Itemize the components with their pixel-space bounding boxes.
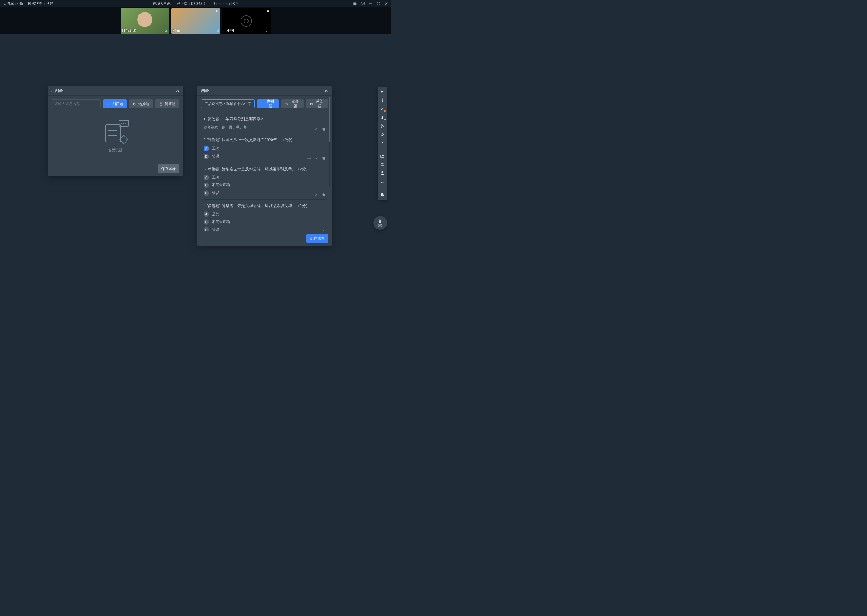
question-option[interactable]: B不完全正确 (203, 182, 326, 188)
laser-tool-icon[interactable] (379, 140, 385, 146)
panel-title: 测验 (201, 88, 209, 94)
video-tile-teacher[interactable]: 叮当老师 (121, 8, 169, 34)
quiz-name-input[interactable] (51, 99, 101, 108)
folder-tool-icon[interactable] (379, 153, 385, 159)
option-label: 不完全正确 (212, 220, 230, 225)
user-tool-icon[interactable] (379, 170, 385, 176)
question-item: 1 [简答题] 一年四季分别是哪四季?参考答案：春、夏、秋、冬 (203, 113, 326, 134)
scrollbar[interactable] (329, 97, 330, 187)
session-id: ID：2020070324 (211, 1, 239, 6)
hand-count: 0/2 (378, 224, 382, 227)
svg-rect-0 (369, 3, 372, 4)
course-title: 神秘大自然 (153, 1, 171, 6)
eraser-tool-icon[interactable] (379, 131, 385, 137)
question-title: 2 [判断题] 我国宪法上一次更新是在2020年。（2分） (203, 137, 326, 143)
scissors-tool-icon[interactable] (379, 123, 385, 129)
edit-question-icon[interactable] (314, 193, 318, 197)
mic-level-icon (216, 30, 219, 33)
panel-close-icon[interactable]: ✕ (325, 88, 328, 93)
add-select-button[interactable]: 选择题 (129, 99, 153, 108)
empty-illustration-icon (102, 120, 129, 144)
camera-off-icon (241, 15, 252, 27)
chat-tool-icon[interactable] (379, 178, 385, 184)
participant-name: 叮当老师 (122, 28, 136, 33)
move-question-icon[interactable] (307, 156, 311, 160)
question-option[interactable]: B不完全正确 (203, 219, 326, 225)
camera-toggle-icon[interactable] (353, 2, 357, 6)
top-status-bar: 丢包率：0% 网络状态：良好 神秘大自然 已上课：02:34:09 ID：202… (0, 0, 391, 7)
option-badge: A (203, 175, 209, 180)
close-window-icon[interactable] (384, 2, 388, 6)
bell-tool-icon[interactable] (379, 192, 385, 198)
add-short-button[interactable]: 简答题 (306, 99, 328, 108)
option-label: 是的 (212, 212, 219, 217)
option-label: 正确 (212, 146, 219, 151)
participant-name: Nina (172, 29, 180, 33)
svg-point-9 (382, 142, 383, 143)
svg-rect-10 (381, 163, 384, 166)
option-label: 不完全正确 (212, 182, 230, 188)
fullscreen-icon[interactable] (376, 2, 380, 6)
quiz-name-display[interactable]: 产品说试卷名称最多十六个字 (201, 99, 255, 108)
question-option[interactable]: A正确 (203, 146, 326, 151)
question-option[interactable]: A是的 (203, 211, 326, 217)
question-title: 1 [简答题] 一年四季分别是哪四季? (203, 116, 326, 123)
move-tool-icon[interactable] (379, 97, 385, 104)
question-title: 4 [多选题] 施华洛世奇是反华品牌，所以梁鼎琪反华。（2分） (203, 203, 326, 209)
svg-point-5 (287, 104, 287, 104)
delete-question-icon[interactable] (322, 156, 326, 160)
option-badge: C (203, 190, 209, 196)
hand-raise-counter[interactable]: 0/2 (373, 216, 387, 230)
panel-close-icon[interactable]: ✕ (176, 88, 180, 93)
option-badge: C (203, 227, 209, 231)
option-label: 错误 (212, 190, 219, 195)
quiz-panel-empty: ‹ 测验 ✕ 判断题 选择题 简答题 暂无试题 保存试卷 (47, 86, 183, 176)
option-label: 错误 (212, 154, 219, 159)
video-tile-student[interactable]: ✕ 王小明 (222, 8, 271, 34)
save-quiz-button[interactable]: 保存试卷 (306, 234, 328, 243)
toolbar-separator (379, 149, 385, 149)
add-short-button[interactable]: 简答题 (155, 99, 179, 108)
quiz-panel-editor: 测验 ✕ 产品说试卷名称最多十六个字 判断题 选择题 简答题 1 [简答题] 一… (197, 86, 332, 246)
option-badge: A (203, 146, 209, 151)
svg-point-11 (381, 171, 383, 173)
video-strip: 叮当老师 ✕ Nina ✕ 王小明 (0, 7, 391, 34)
save-quiz-button[interactable]: 保存试卷 (158, 164, 180, 173)
delete-question-icon[interactable] (322, 127, 326, 131)
participant-name: 王小明 (223, 28, 234, 33)
question-option[interactable]: A正确 (203, 175, 326, 180)
back-icon[interactable]: ‹ (51, 88, 53, 93)
edit-question-icon[interactable] (314, 127, 318, 131)
question-title: 3 [单选题] 施华洛世奇是反华品牌，所以梁鼎琪反华。（2分） (203, 166, 326, 172)
mic-level-icon (266, 30, 270, 33)
question-list[interactable]: 1 [简答题] 一年四季分别是哪四季?参考答案：春、夏、秋、冬2 [判断题] 我… (197, 112, 332, 231)
delete-question-icon[interactable] (322, 193, 326, 197)
add-select-button[interactable]: 选择题 (282, 99, 303, 108)
toolbox-icon[interactable] (379, 162, 385, 168)
svg-point-2 (134, 103, 135, 104)
minimize-icon[interactable] (369, 2, 373, 6)
video-tile-student[interactable]: ✕ Nina (171, 8, 220, 34)
tile-close-icon[interactable]: ✕ (266, 9, 270, 13)
network-status: 网络状态：良好 (28, 1, 53, 6)
move-question-icon[interactable] (307, 127, 311, 131)
pen-tool-icon[interactable] (379, 106, 385, 112)
settings-icon[interactable] (361, 2, 365, 6)
tile-close-icon[interactable]: ✕ (216, 9, 219, 13)
option-badge: B (203, 182, 209, 188)
option-badge: B (203, 154, 209, 159)
cursor-tool-icon[interactable] (379, 89, 385, 95)
empty-text: 暂无试题 (108, 148, 123, 153)
edit-question-icon[interactable] (314, 156, 318, 160)
whiteboard-toolbar: T (377, 86, 387, 200)
add-judge-button[interactable]: 判断题 (257, 99, 279, 108)
move-question-icon[interactable] (307, 193, 311, 197)
delete-question-icon[interactable] (322, 229, 326, 231)
edit-question-icon[interactable] (314, 229, 318, 231)
text-tool-icon[interactable]: T (379, 114, 385, 120)
add-judge-button[interactable]: 判断题 (103, 99, 127, 108)
question-item: 2 [判断题] 我国宪法上一次更新是在2020年。（2分）A正确B错误 (203, 134, 326, 163)
option-badge: A (203, 211, 209, 217)
option-label: 错译 (212, 227, 219, 231)
move-question-icon[interactable] (307, 229, 311, 231)
